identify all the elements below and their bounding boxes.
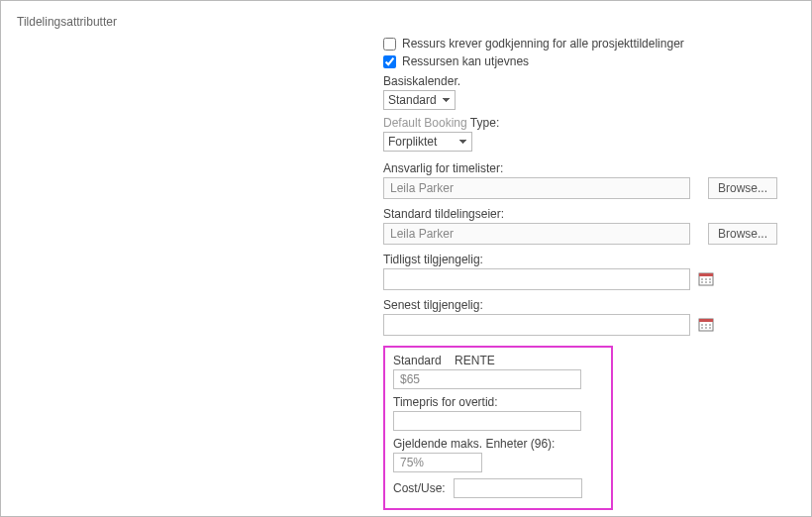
section-title: Tildelingsattributter: [17, 15, 795, 29]
basis-calendar-label: Basiskalender.: [383, 74, 799, 88]
calendar-icon[interactable]: [698, 271, 714, 287]
overtime-rate-label: Timepris for overtid:: [393, 395, 603, 409]
leveling-checkbox-row: Ressursen kan utjevnes: [383, 54, 799, 68]
standard-rate-input[interactable]: [393, 369, 581, 389]
timesheet-approver-browse-button[interactable]: Browse...: [708, 177, 777, 199]
max-units-input[interactable]: [393, 453, 482, 472]
latest-available-input[interactable]: [383, 314, 690, 336]
timesheet-approver-input[interactable]: [383, 177, 690, 199]
default-booking-label-dim: Default Booking: [383, 116, 467, 130]
standard-rate-label: Standard RENTE: [393, 354, 603, 367]
assignment-owner-row: Browse...: [383, 223, 799, 245]
earliest-available-row: [383, 268, 799, 290]
latest-available-row: [383, 314, 799, 336]
timesheet-approver-row: Browse...: [383, 177, 799, 199]
leveling-label: Ressursen kan utjevnes: [402, 54, 529, 68]
approval-checkbox-row: Ressurs krever godkjenning for alle pros…: [383, 37, 799, 51]
approval-checkbox[interactable]: [383, 38, 396, 51]
default-booking-label: Default Booking Type:: [383, 116, 799, 130]
default-booking-label-rest: Type:: [470, 116, 499, 130]
earliest-available-label: Tidligst tilgjengelig:: [383, 253, 799, 266]
assignment-owner-browse-button[interactable]: Browse...: [708, 223, 777, 245]
svg-rect-1: [699, 273, 713, 276]
basis-calendar-select[interactable]: Standard: [383, 90, 456, 110]
approval-label: Ressurs krever godkjenning for alle pros…: [402, 37, 684, 51]
overtime-rate-input[interactable]: [393, 411, 581, 431]
earliest-available-input[interactable]: [383, 268, 690, 290]
default-booking-select[interactable]: Forpliktet: [383, 132, 472, 152]
latest-available-label: Senest tilgjengelig:: [383, 298, 799, 312]
cost-use-label: Cost/Use:: [393, 481, 446, 495]
max-units-label: Gjeldende maks. Enheter (96):: [393, 437, 603, 451]
svg-rect-4: [699, 319, 713, 322]
cost-use-row: Cost/Use:: [393, 478, 603, 498]
leveling-checkbox[interactable]: [383, 55, 396, 68]
assignment-owner-label: Standard tildelingseier:: [383, 207, 799, 221]
assignment-owner-input[interactable]: [383, 223, 690, 245]
rates-highlight-box: Standard RENTE Timepris for overtid: Gje…: [383, 346, 613, 510]
timesheet-approver-label: Ansvarlig for timelister:: [383, 161, 799, 175]
calendar-icon[interactable]: [698, 317, 714, 333]
cost-use-input[interactable]: [454, 478, 582, 498]
attributes-panel: Tildelingsattributter Ressurs krever god…: [0, 0, 812, 517]
form-content: Ressurs krever godkjenning for alle pros…: [383, 37, 799, 510]
